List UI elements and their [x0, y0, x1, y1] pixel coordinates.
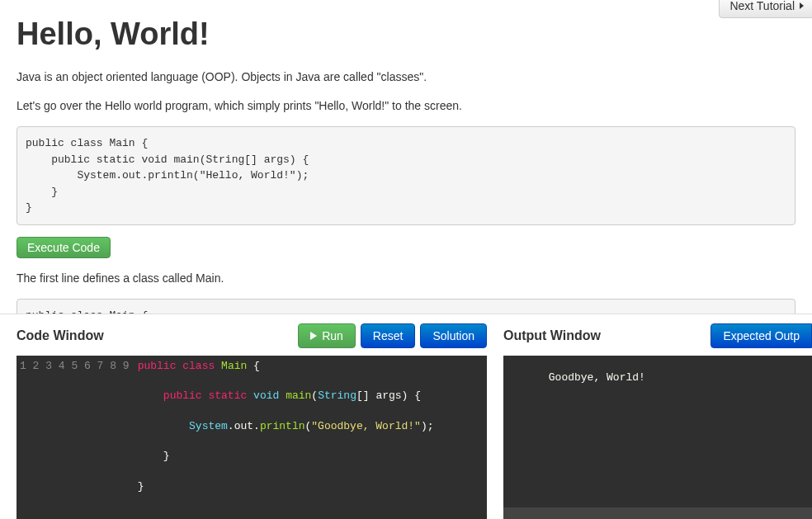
chevron-right-icon [800, 2, 804, 9]
output-content: Goodbye, World! [503, 356, 812, 519]
output-text: Goodbye, World! [549, 371, 645, 384]
expected-output-button[interactable]: Expected Outp [710, 323, 812, 348]
next-tutorial-button[interactable]: Next Tutorial [719, 0, 812, 18]
next-tutorial-label: Next Tutorial [729, 0, 795, 12]
play-icon [310, 332, 317, 340]
reset-button[interactable]: Reset [361, 323, 416, 348]
page-title: Hello, World! [17, 17, 795, 52]
output-window-panel: Output Window Expected Outp Goodbye, Wor… [503, 314, 812, 519]
intro-para-2: Let's go over the Hello world program, w… [17, 97, 795, 115]
editor-lines: public class Main { public static void m… [135, 356, 434, 498]
output-window-title: Output Window [503, 328, 601, 343]
run-button[interactable]: Run [298, 323, 356, 348]
output-scrollbar[interactable] [503, 507, 812, 519]
editor-gutter: 1 2 3 4 5 6 7 8 9 [17, 356, 135, 498]
intro-para-1: Java is an object oriented language (OOP… [17, 68, 795, 86]
code-example-1: public class Main { public static void m… [17, 126, 795, 225]
run-button-label: Run [322, 329, 343, 342]
code-window-panel: Code Window Run Reset Solution 1 2 3 4 5… [17, 314, 487, 519]
code-editor[interactable]: 1 2 3 4 5 6 7 8 9 public class Main { pu… [17, 356, 487, 519]
solution-button[interactable]: Solution [420, 323, 487, 348]
intro-para-3: The first line defines a class called Ma… [17, 270, 795, 287]
code-window-title: Code Window [17, 328, 104, 343]
execute-code-button[interactable]: Execute Code [17, 237, 111, 258]
